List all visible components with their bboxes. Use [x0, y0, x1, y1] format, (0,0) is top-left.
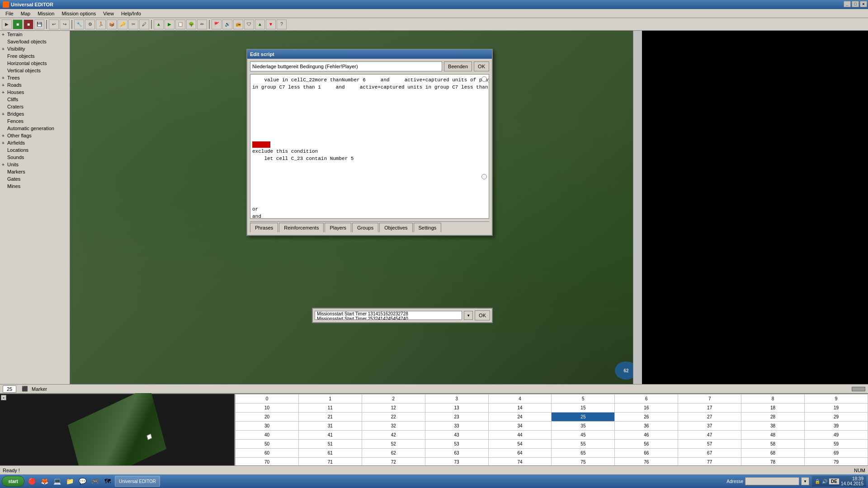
cell-35[interactable]: 35	[552, 422, 615, 431]
cell-29[interactable]: 29	[805, 413, 868, 422]
cell-57[interactable]: 57	[678, 440, 741, 449]
cell-42[interactable]: 42	[362, 431, 425, 440]
sidebar-item-fences[interactable]: Fences	[0, 117, 70, 125]
taskbar-icon-5[interactable]: 💬	[77, 476, 88, 487]
cell-11[interactable]: 11	[298, 404, 362, 413]
tab-settings[interactable]: Settings	[414, 223, 442, 232]
taskbar-icon-1[interactable]: 🔴	[26, 476, 37, 487]
cell-52[interactable]: 52	[362, 440, 425, 449]
sidebar-item-terrain[interactable]: Terrain	[0, 31, 70, 38]
ok-button[interactable]: OK	[474, 61, 489, 71]
window-controls[interactable]: _ □ ×	[844, 1, 867, 7]
toolbar-btn-11[interactable]: 🖊	[139, 19, 149, 29]
tab-players[interactable]: Players	[325, 223, 351, 232]
taskbar-icon-2[interactable]: 🦊	[39, 476, 50, 487]
cell-56[interactable]: 56	[615, 440, 678, 449]
taskbar-icon-3[interactable]: 💻	[52, 476, 62, 487]
menu-view[interactable]: View	[99, 10, 118, 17]
cell-17[interactable]: 17	[678, 404, 741, 413]
sidebar-item-sounds[interactable]: Sounds	[0, 154, 70, 161]
cell-59[interactable]: 59	[805, 440, 868, 449]
cell-53[interactable]: 53	[425, 440, 488, 449]
cell-64[interactable]: 64	[488, 449, 552, 458]
addr-arrow[interactable]: ▼	[801, 477, 809, 485]
cell-39[interactable]: 39	[805, 422, 868, 431]
cell-13[interactable]: 13	[425, 404, 488, 413]
sidebar-item-otherflags[interactable]: Other flags	[0, 132, 70, 139]
script-editor[interactable]: value in cellC_22more thanNumber 6 and a…	[250, 74, 489, 219]
menu-map[interactable]: Map	[17, 10, 34, 17]
cell-37[interactable]: 37	[678, 422, 741, 431]
toolbar-btn-redo[interactable]: ↪	[60, 19, 70, 29]
cell-40[interactable]: 40	[236, 431, 299, 440]
taskbar-icon-7[interactable]: 🗺	[102, 476, 113, 487]
radio-btn-top[interactable]	[481, 76, 487, 82]
cell-16[interactable]: 16	[615, 404, 678, 413]
sidebar-item-horizobjects[interactable]: Horizontal objects	[0, 60, 70, 67]
cell-51[interactable]: 51	[298, 440, 362, 449]
tab-reinforcements[interactable]: Reinforcements	[279, 223, 324, 232]
cell-41[interactable]: 41	[298, 431, 362, 440]
sidebar-item-saveload[interactable]: Save/load objects	[0, 38, 70, 45]
toolbar-btn-save[interactable]: 💾	[34, 19, 44, 29]
sidebar-item-locations[interactable]: Locations	[0, 146, 70, 154]
sidebar-item-bridges[interactable]: Bridges	[0, 110, 70, 117]
toolbar-btn-8[interactable]: 📦	[107, 19, 117, 29]
cell-21[interactable]: 21	[298, 413, 362, 422]
cell-12[interactable]: 12	[362, 404, 425, 413]
cell-69[interactable]: 69	[805, 449, 868, 458]
toolbar-btn-15[interactable]: 🌳	[186, 19, 196, 29]
cell-27[interactable]: 27	[678, 413, 741, 422]
maximize-btn[interactable]: □	[852, 1, 859, 7]
sidebar-item-mines[interactable]: Mines	[0, 183, 70, 190]
sidebar-item-roads[interactable]: Roads	[0, 81, 70, 89]
menu-mission-options[interactable]: Mission options	[58, 10, 99, 17]
secondary-arrow[interactable]: ▼	[464, 311, 473, 320]
cell-34[interactable]: 34	[488, 422, 552, 431]
toolbar-btn-12[interactable]: ▲	[154, 19, 164, 29]
cell-67[interactable]: 67	[678, 449, 741, 458]
addr-input[interactable]	[745, 477, 799, 485]
toolbar-btn-19[interactable]: 📻	[233, 19, 243, 29]
radio-btn-bottom[interactable]	[481, 174, 487, 179]
cell-60[interactable]: 60	[236, 449, 299, 458]
sidebar-item-airfields[interactable]: Airfields	[0, 139, 70, 146]
cell-45[interactable]: 45	[552, 431, 615, 440]
cell-30[interactable]: 30	[236, 422, 299, 431]
sidebar-item-vertobjects[interactable]: Vertical objects	[0, 67, 70, 74]
cell-62[interactable]: 62	[362, 449, 425, 458]
lang-button[interactable]: DE	[829, 479, 839, 484]
toolbar-btn-16[interactable]: ✏	[197, 19, 207, 29]
taskbar-icon-6[interactable]: 🎮	[90, 476, 100, 487]
toolbar-btn-21[interactable]: ▲	[255, 19, 265, 29]
cell-43[interactable]: 43	[425, 431, 488, 440]
sidebar-item-gates[interactable]: Gates	[0, 175, 70, 183]
sidebar-item-freeobjects[interactable]: Free objects	[0, 52, 70, 60]
menu-mission[interactable]: Mission	[34, 10, 58, 17]
tab-groups[interactable]: Groups	[352, 223, 378, 232]
sidebar-item-autogen[interactable]: Automatic generation	[0, 125, 70, 132]
start-button[interactable]: start	[2, 476, 24, 487]
secondary-ok-btn[interactable]: OK	[475, 310, 490, 320]
cell-26[interactable]: 26	[615, 413, 678, 422]
sidebar-item-trees[interactable]: Trees	[0, 74, 70, 81]
cell-50[interactable]: 50	[236, 440, 299, 449]
cell-14[interactable]: 14	[488, 404, 552, 413]
sidebar-item-cliffs[interactable]: Cliffs	[0, 96, 70, 103]
cell-65[interactable]: 65	[552, 449, 615, 458]
cell-66[interactable]: 66	[615, 449, 678, 458]
tab-phrases[interactable]: Phrases	[250, 223, 278, 232]
toolbar-btn-17[interactable]: 🚩	[212, 19, 222, 29]
tab-objectives[interactable]: Objectives	[379, 223, 412, 232]
cell-49[interactable]: 49	[805, 431, 868, 440]
cell-23[interactable]: 23	[425, 413, 488, 422]
sidebar-item-units[interactable]: Units	[0, 161, 70, 168]
toolbar-btn-7[interactable]: 🏃	[96, 19, 106, 29]
cell-20[interactable]: 20	[236, 413, 299, 422]
cell-33[interactable]: 33	[425, 422, 488, 431]
toolbar-btn-help[interactable]: ?	[277, 19, 287, 29]
cell-48[interactable]: 48	[741, 431, 805, 440]
cell-47[interactable]: 47	[678, 431, 741, 440]
scroll-thumb[interactable]	[852, 387, 865, 391]
cell-28[interactable]: 28	[741, 413, 805, 422]
